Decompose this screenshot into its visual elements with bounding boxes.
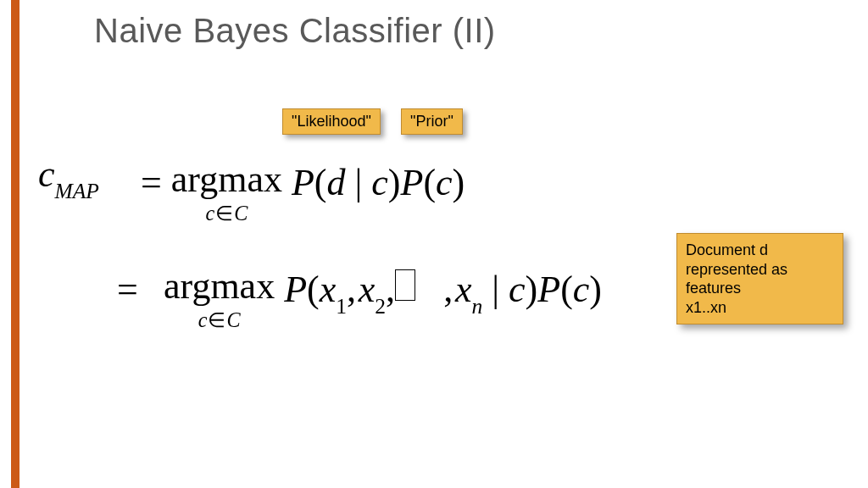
sym-C2: C — [226, 308, 240, 331]
slide-title: Naive Bayes Classifier (II) — [94, 12, 496, 50]
sym-P4: P — [537, 269, 560, 310]
equation-1-rhs: = argmax c∈C P(d | c)P(c) — [141, 161, 465, 224]
note-line-2: represented as — [686, 261, 787, 278]
sym-equals2: = — [117, 269, 138, 310]
sym-P3: P — [284, 269, 307, 310]
tag-prior: "Prior" — [401, 108, 463, 135]
missing-glyph-icon — [395, 269, 415, 301]
note-document-features: Document d represented as features x1..x… — [676, 233, 843, 324]
sym-x1: x — [320, 269, 337, 310]
sym-lp: ( — [314, 162, 327, 203]
sym-P: P — [292, 162, 314, 203]
sym-rp3: ) — [526, 269, 538, 310]
note-line-4: x1..xn — [686, 299, 726, 316]
sym-c4: c — [509, 269, 526, 310]
argmax-word-2: argmax — [164, 265, 275, 307]
argmax-sub-2: c∈C — [164, 310, 275, 330]
sym-rp2: ) — [453, 162, 465, 203]
note-line-3: features — [686, 280, 741, 297]
sym-bar2: | — [492, 269, 499, 310]
sym-c3: c — [436, 162, 453, 203]
sub-2: 2 — [375, 294, 386, 319]
sym-d: d — [327, 162, 346, 203]
sym-in2: ∈ — [207, 308, 226, 331]
sym-comma2: , — [386, 269, 395, 310]
sub-1: 1 — [336, 294, 347, 319]
tag-likelihood: "Likelihood" — [282, 108, 381, 135]
sym-C: C — [234, 202, 248, 225]
argmax-block-1: argmax c∈C — [171, 161, 282, 224]
argmax-sub-1: c∈C — [171, 203, 282, 224]
accent-bar — [11, 0, 19, 488]
sym-comma3: , — [443, 269, 453, 310]
sub-map: MAP — [55, 179, 99, 203]
argmax-block-2: argmax c∈C — [164, 268, 275, 330]
sym-c-sub2: c — [198, 308, 208, 331]
sub-n: n — [472, 294, 483, 319]
sym-lp2: ( — [423, 162, 436, 203]
sym-rp: ) — [388, 162, 401, 203]
sym-c5: c — [573, 269, 590, 310]
sym-x2: x — [359, 269, 376, 310]
argmax-word: argmax — [171, 158, 282, 200]
sym-c: c — [38, 153, 55, 195]
sym-lp3: ( — [307, 269, 320, 310]
sym-in: ∈ — [214, 202, 234, 225]
note-line-1: Document d — [686, 241, 768, 258]
equation-1-lhs: cMAP — [38, 152, 99, 201]
sym-comma1: , — [347, 269, 356, 310]
sym-xn: x — [455, 269, 472, 310]
sym-c2: c — [371, 162, 388, 203]
sym-c-sub: c — [205, 202, 214, 225]
equation-2-rhs: argmax c∈C P(x1, x2, , xn | c)P(c) — [164, 268, 602, 330]
sym-lp4: ( — [560, 269, 573, 310]
sym-bar: | — [355, 162, 363, 203]
slide-body: Naive Bayes Classifier (II) "Likelihood"… — [19, 0, 868, 488]
sym-equals: = — [141, 162, 162, 203]
sym-P2: P — [401, 162, 424, 203]
equation-2-eq: = — [117, 268, 138, 311]
sym-rp4: ) — [589, 269, 602, 310]
